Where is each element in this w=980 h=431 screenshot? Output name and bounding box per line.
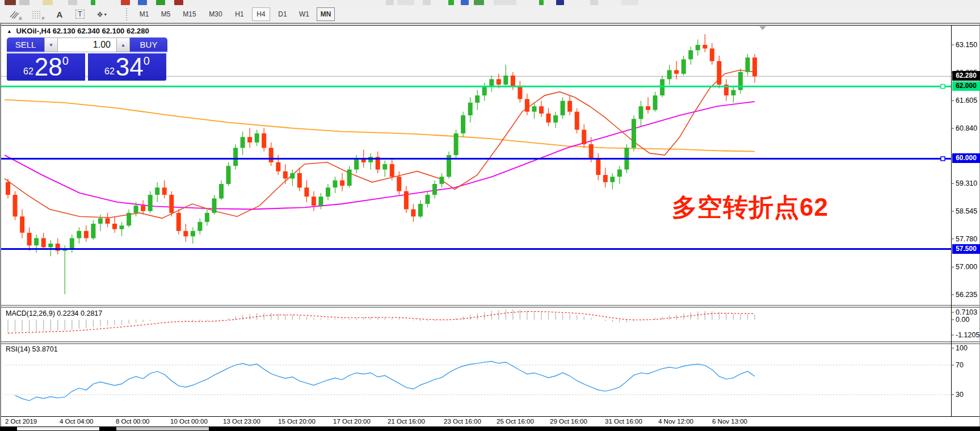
timeframe-button-m30[interactable]: M30 <box>204 7 227 21</box>
chart-annotation-text: 多空转折点62 <box>672 191 828 224</box>
fibonacci-tool-button[interactable]: F <box>27 7 47 22</box>
chart-canvas[interactable] <box>0 24 980 426</box>
chart-shift-marker[interactable] <box>759 26 766 30</box>
time-axis-label: 10 Oct 00:00 <box>170 418 208 425</box>
buy-button[interactable]: BUY <box>130 37 167 52</box>
bottom-bar-segment <box>17 427 99 430</box>
toolbar-icon-fragment <box>174 0 183 5</box>
time-axis-label: 4 Oct 04:00 <box>60 418 93 425</box>
timeframe-button-m15[interactable]: M15 <box>178 7 201 21</box>
timeframe-button-h4[interactable]: H4 <box>252 7 270 21</box>
sell-price-display[interactable]: 62 28 0 <box>7 53 85 81</box>
toolbar-icon-fragment <box>68 0 77 5</box>
price-badge-62.280: 62.280 <box>952 71 980 81</box>
sell-price-sup: 0 <box>62 55 69 68</box>
channel-icon <box>9 10 19 19</box>
price-badge-62.000: 62.000 <box>952 81 980 91</box>
price-axis-label: 63.150 <box>956 40 979 49</box>
price-axis-label: 57.780 <box>956 235 979 244</box>
price-axis-label: 57.000 <box>956 262 979 271</box>
chevron-down-icon: ▾ <box>104 12 107 17</box>
buy-price-display[interactable]: 62 34 0 <box>88 53 166 81</box>
timeframe-button-mn[interactable]: MN <box>317 7 335 21</box>
price-axis-label: 60.840 <box>956 124 979 133</box>
buy-price-small: 62 <box>104 66 115 77</box>
one-click-trade-panel: SELL ▼ ▲ BUY 62 28 0 62 34 0 <box>7 37 167 81</box>
fibonacci-icon <box>32 10 42 19</box>
time-axis-label: 13 Oct 23:00 <box>223 418 260 425</box>
equidistant-channel-tool-button[interactable]: E <box>5 7 24 22</box>
rsi-axis-label: 30 <box>956 390 979 399</box>
toolbar-icon-fragment <box>448 0 454 5</box>
ma-fast-red <box>5 70 755 219</box>
toolbar-icon-fragment <box>156 0 165 5</box>
tool-subscript: F <box>42 16 45 21</box>
price-badge-57.500: 57.500 <box>952 244 980 254</box>
toolbar-icon-fragment <box>590 0 598 5</box>
timeframe-button-m1[interactable]: M1 <box>135 7 153 21</box>
arrow-tool-button[interactable]: ❖▾ <box>92 7 111 22</box>
sell-price-big: 28 <box>35 56 62 78</box>
ohlc-values: 62.130 62.340 62.100 62.280 <box>53 27 149 35</box>
window-left-border <box>0 24 1 426</box>
drawing-toolbar: EFAT❖▾M1M5M15M30H1H4D1W1MN <box>0 6 980 23</box>
chart-window: ▲ UKOil-,H4 62.130 62.340 62.100 62.280 … <box>0 24 980 426</box>
collapse-icon[interactable]: ▲ <box>7 28 12 34</box>
macd-signal-line <box>8 312 755 333</box>
time-axis-label: 8 Oct 00:00 <box>116 418 149 425</box>
toolbar-icon-fragment <box>474 0 484 5</box>
time-axis-label: 23 Oct 16:00 <box>444 418 481 425</box>
arrows-icon: ❖ <box>96 10 103 19</box>
toolbar-icon-fragment <box>556 0 564 5</box>
time-axis-label: 15 Oct 20:00 <box>278 418 316 425</box>
line-handle[interactable] <box>941 157 945 161</box>
toolbar-icon-fragment <box>5 0 16 5</box>
toolbar-icon-fragment <box>539 0 544 5</box>
time-axis-label: 17 Oct 20:00 <box>333 418 371 425</box>
rsi-axis-label: 70 <box>956 361 979 370</box>
symbol-label: UKOil-,H4 <box>16 27 51 35</box>
line-handle[interactable] <box>941 85 945 89</box>
price-axis-label: 61.605 <box>956 96 979 105</box>
toolbar-icon-fragment <box>19 0 30 5</box>
bottom-bar <box>0 426 980 431</box>
buy-price-big: 34 <box>116 56 144 78</box>
macd-axis-label: -1.1205 <box>956 330 979 340</box>
text-label-icon: T <box>75 10 84 19</box>
volume-decrease-button[interactable]: ▼ <box>44 37 58 52</box>
time-axis-label: 31 Oct 16:00 <box>605 418 642 425</box>
text-icon: A <box>57 10 63 19</box>
timeframe-button-m5[interactable]: M5 <box>157 7 175 21</box>
time-axis-label: 2 Oct 2019 <box>5 418 37 425</box>
toolbar-icon-fragment <box>386 0 394 5</box>
text-tool-button[interactable]: A <box>50 7 69 22</box>
macd-indicator-label: MACD(12,26,9) 0.2234 0.2817 <box>6 309 102 317</box>
time-axis-label: 25 Oct 16:00 <box>497 418 534 425</box>
chart-title: ▲ UKOil-,H4 62.130 62.340 62.100 62.280 <box>7 27 149 35</box>
bottom-bar-segment <box>116 427 209 430</box>
volume-input[interactable] <box>58 37 116 52</box>
timeframe-button-h1[interactable]: H1 <box>230 7 249 21</box>
time-axis-label: 4 Nov 12:00 <box>658 418 693 425</box>
volume-increase-button[interactable]: ▲ <box>116 37 130 52</box>
macd-histogram <box>8 309 755 333</box>
timeframe-button-w1[interactable]: W1 <box>295 7 313 21</box>
price-badge-60.000: 60.000 <box>952 153 980 163</box>
toolbar-icon-fragment <box>423 0 431 5</box>
toolbar-icon-fragment <box>397 0 414 5</box>
toolbar-icon-fragment <box>621 0 638 5</box>
toolbar-icon-fragment <box>91 0 95 5</box>
rsi-axis-label: 100 <box>956 344 979 353</box>
sell-button[interactable]: SELL <box>7 37 44 52</box>
timeframe-button-d1[interactable]: D1 <box>274 7 292 21</box>
price-axis-label: 59.310 <box>956 179 979 188</box>
tool-subscript: E <box>19 16 22 21</box>
toolbar-icon-fragment <box>461 0 469 5</box>
mt4-terminal: EFAT❖▾M1M5M15M30H1H4D1W1MN ▲ UKOil-,H4 6… <box>0 0 980 431</box>
buy-price-sup: 0 <box>144 55 150 68</box>
text-label-tool-button[interactable]: T <box>70 7 90 22</box>
toolbar-icon-fragment <box>43 0 53 5</box>
toolbar-icon-fragment <box>138 0 147 5</box>
macd-axis-label: 0.00 <box>956 315 979 324</box>
time-axis-label: 6 Nov 13:00 <box>712 418 747 425</box>
